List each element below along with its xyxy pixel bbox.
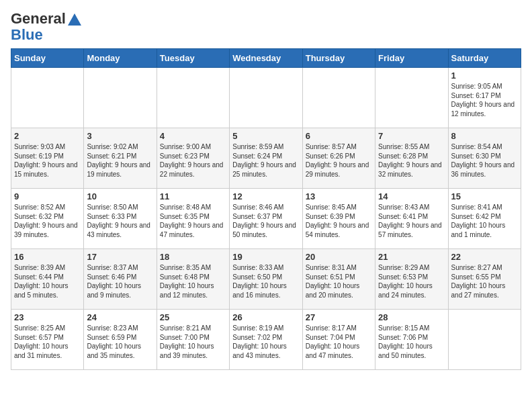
calendar-week-row: 9Sunrise: 8:52 AM Sunset: 6:32 PM Daylig… — [11, 189, 521, 249]
calendar-cell: 15Sunrise: 8:41 AM Sunset: 6:42 PM Dayli… — [448, 189, 521, 249]
calendar-cell — [84, 68, 157, 128]
day-info: Sunrise: 8:35 AM Sunset: 6:48 PM Dayligh… — [160, 263, 226, 300]
day-info: Sunrise: 8:23 AM Sunset: 6:59 PM Dayligh… — [87, 324, 153, 360]
calendar-cell: 4Sunrise: 9:00 AM Sunset: 6:23 PM Daylig… — [157, 128, 229, 189]
col-header-wednesday: Wednesday — [230, 49, 302, 68]
calendar-cell: 18Sunrise: 8:35 AM Sunset: 6:48 PM Dayli… — [157, 249, 229, 310]
calendar-cell — [375, 68, 448, 128]
calendar-cell: 9Sunrise: 8:52 AM Sunset: 6:32 PM Daylig… — [11, 189, 84, 249]
calendar-cell: 16Sunrise: 8:39 AM Sunset: 6:44 PM Dayli… — [11, 249, 84, 310]
day-number: 3 — [87, 131, 153, 141]
day-number: 11 — [160, 191, 226, 201]
day-number: 19 — [232, 252, 299, 262]
calendar-cell: 26Sunrise: 8:19 AM Sunset: 7:02 PM Dayli… — [230, 310, 302, 370]
day-number: 15 — [451, 191, 518, 201]
day-number: 26 — [232, 312, 299, 322]
day-info: Sunrise: 8:17 AM Sunset: 7:04 PM Dayligh… — [306, 324, 372, 360]
day-info: Sunrise: 8:15 AM Sunset: 7:06 PM Dayligh… — [378, 324, 445, 360]
calendar-cell: 8Sunrise: 8:54 AM Sunset: 6:30 PM Daylig… — [448, 128, 521, 189]
col-header-sunday: Sunday — [11, 49, 84, 68]
day-info: Sunrise: 8:45 AM Sunset: 6:39 PM Dayligh… — [306, 203, 372, 239]
calendar-cell — [11, 68, 84, 128]
calendar-cell: 27Sunrise: 8:17 AM Sunset: 7:04 PM Dayli… — [302, 310, 375, 370]
day-number: 27 — [306, 312, 372, 322]
calendar-cell: 28Sunrise: 8:15 AM Sunset: 7:06 PM Dayli… — [375, 310, 448, 370]
day-number: 25 — [160, 312, 226, 322]
day-number: 17 — [87, 252, 153, 262]
day-number: 2 — [14, 131, 81, 141]
day-info: Sunrise: 8:59 AM Sunset: 6:24 PM Dayligh… — [232, 142, 299, 179]
day-info: Sunrise: 9:05 AM Sunset: 6:17 PM Dayligh… — [451, 82, 518, 118]
day-info: Sunrise: 8:27 AM Sunset: 6:55 PM Dayligh… — [451, 263, 518, 300]
day-number: 5 — [232, 131, 299, 141]
calendar-cell — [230, 68, 302, 128]
calendar-cell: 1Sunrise: 9:05 AM Sunset: 6:17 PM Daylig… — [448, 68, 521, 128]
calendar-week-row: 1Sunrise: 9:05 AM Sunset: 6:17 PM Daylig… — [11, 68, 521, 128]
col-header-saturday: Saturday — [448, 49, 521, 68]
day-info: Sunrise: 8:19 AM Sunset: 7:02 PM Dayligh… — [232, 324, 299, 360]
day-info: Sunrise: 8:50 AM Sunset: 6:33 PM Dayligh… — [87, 203, 153, 239]
day-info: Sunrise: 8:54 AM Sunset: 6:30 PM Dayligh… — [451, 142, 518, 179]
calendar-cell: 12Sunrise: 8:46 AM Sunset: 6:37 PM Dayli… — [230, 189, 302, 249]
day-info: Sunrise: 8:21 AM Sunset: 7:00 PM Dayligh… — [160, 324, 226, 360]
calendar-cell: 13Sunrise: 8:45 AM Sunset: 6:39 PM Dayli… — [302, 189, 375, 249]
day-info: Sunrise: 8:46 AM Sunset: 6:37 PM Dayligh… — [232, 203, 299, 239]
col-header-monday: Monday — [84, 49, 157, 68]
calendar-cell: 3Sunrise: 9:02 AM Sunset: 6:21 PM Daylig… — [84, 128, 157, 189]
calendar-cell: 7Sunrise: 8:55 AM Sunset: 6:28 PM Daylig… — [375, 128, 448, 189]
col-header-tuesday: Tuesday — [157, 49, 229, 68]
day-number: 7 — [378, 131, 445, 141]
calendar-cell: 20Sunrise: 8:31 AM Sunset: 6:51 PM Dayli… — [302, 249, 375, 310]
day-number: 9 — [14, 191, 81, 201]
day-info: Sunrise: 8:29 AM Sunset: 6:53 PM Dayligh… — [378, 263, 445, 300]
day-info: Sunrise: 8:52 AM Sunset: 6:32 PM Dayligh… — [14, 203, 81, 239]
day-info: Sunrise: 8:41 AM Sunset: 6:42 PM Dayligh… — [451, 203, 518, 239]
calendar-cell: 23Sunrise: 8:25 AM Sunset: 6:57 PM Dayli… — [11, 310, 84, 370]
calendar-cell: 24Sunrise: 8:23 AM Sunset: 6:59 PM Dayli… — [84, 310, 157, 370]
day-info: Sunrise: 8:31 AM Sunset: 6:51 PM Dayligh… — [306, 263, 372, 300]
calendar-cell — [448, 310, 521, 370]
calendar-cell: 19Sunrise: 8:33 AM Sunset: 6:50 PM Dayli… — [230, 249, 302, 310]
calendar-week-row: 23Sunrise: 8:25 AM Sunset: 6:57 PM Dayli… — [11, 310, 521, 370]
page-header: General Blue — [11, 11, 521, 43]
day-number: 21 — [378, 252, 445, 262]
day-number: 24 — [87, 312, 153, 322]
day-number: 28 — [378, 312, 445, 322]
calendar-cell: 10Sunrise: 8:50 AM Sunset: 6:33 PM Dayli… — [84, 189, 157, 249]
day-number: 13 — [306, 191, 372, 201]
calendar-cell: 17Sunrise: 8:37 AM Sunset: 6:46 PM Dayli… — [84, 249, 157, 310]
day-info: Sunrise: 8:33 AM Sunset: 6:50 PM Dayligh… — [232, 263, 299, 300]
svg-marker-0 — [68, 13, 81, 26]
day-number: 4 — [160, 131, 226, 141]
day-number: 18 — [160, 252, 226, 262]
day-number: 14 — [378, 191, 445, 201]
calendar-cell — [157, 68, 229, 128]
day-number: 20 — [306, 252, 372, 262]
day-info: Sunrise: 8:57 AM Sunset: 6:26 PM Dayligh… — [306, 142, 372, 179]
day-info: Sunrise: 8:37 AM Sunset: 6:46 PM Dayligh… — [87, 263, 153, 300]
day-info: Sunrise: 8:39 AM Sunset: 6:44 PM Dayligh… — [14, 263, 81, 300]
day-info: Sunrise: 8:55 AM Sunset: 6:28 PM Dayligh… — [378, 142, 445, 179]
day-number: 22 — [451, 252, 518, 262]
calendar-cell: 6Sunrise: 8:57 AM Sunset: 6:26 PM Daylig… — [302, 128, 375, 189]
calendar-cell: 11Sunrise: 8:48 AM Sunset: 6:35 PM Dayli… — [157, 189, 229, 249]
logo: General Blue — [11, 11, 82, 43]
day-info: Sunrise: 8:43 AM Sunset: 6:41 PM Dayligh… — [378, 203, 445, 239]
calendar-cell: 14Sunrise: 8:43 AM Sunset: 6:41 PM Dayli… — [375, 189, 448, 249]
day-number: 16 — [14, 252, 81, 262]
calendar-cell: 21Sunrise: 8:29 AM Sunset: 6:53 PM Dayli… — [375, 249, 448, 310]
day-info: Sunrise: 9:00 AM Sunset: 6:23 PM Dayligh… — [160, 142, 226, 179]
calendar-header-row: SundayMondayTuesdayWednesdayThursdayFrid… — [11, 49, 521, 68]
calendar-week-row: 2Sunrise: 9:03 AM Sunset: 6:19 PM Daylig… — [11, 128, 521, 189]
calendar-week-row: 16Sunrise: 8:39 AM Sunset: 6:44 PM Dayli… — [11, 249, 521, 310]
day-number: 10 — [87, 191, 153, 201]
calendar-cell: 5Sunrise: 8:59 AM Sunset: 6:24 PM Daylig… — [230, 128, 302, 189]
calendar-cell: 2Sunrise: 9:03 AM Sunset: 6:19 PM Daylig… — [11, 128, 84, 189]
day-number: 6 — [306, 131, 372, 141]
day-number: 12 — [232, 191, 299, 201]
day-info: Sunrise: 9:03 AM Sunset: 6:19 PM Dayligh… — [14, 142, 81, 179]
col-header-thursday: Thursday — [302, 49, 375, 68]
calendar-cell — [302, 68, 375, 128]
calendar-cell: 25Sunrise: 8:21 AM Sunset: 7:00 PM Dayli… — [157, 310, 229, 370]
day-info: Sunrise: 8:25 AM Sunset: 6:57 PM Dayligh… — [14, 324, 81, 360]
